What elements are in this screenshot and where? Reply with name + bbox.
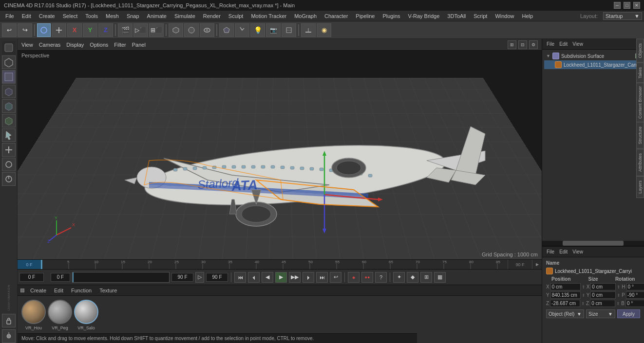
material-item-1[interactable]: VR_Hou <box>21 300 46 330</box>
menu-script[interactable]: Script <box>470 12 491 20</box>
viewport[interactable]: View Cameras Display Options Filter Pane… <box>18 39 542 259</box>
play-forward-button[interactable]: ▶▶ <box>289 272 301 283</box>
null-button[interactable]: ◉ <box>317 23 331 37</box>
x-axis-button[interactable]: X <box>67 23 82 37</box>
menu-motion-tracker[interactable]: Motion Tracker <box>247 12 290 20</box>
start-frame-input[interactable] <box>51 273 70 282</box>
left-btn-4[interactable] <box>2 85 16 98</box>
timeline-ruler[interactable]: 5 10 15 20 25 30 35 40 45 <box>42 260 508 269</box>
size-dropdown[interactable]: Size ▼ <box>586 309 615 318</box>
y-size-input[interactable] <box>590 291 616 299</box>
scene-button[interactable] <box>282 23 296 37</box>
timeline-scroll-right[interactable]: ▶ <box>532 260 542 270</box>
side-tab-layers[interactable]: Layers <box>636 176 644 198</box>
menu-plugins[interactable]: Plugins <box>379 12 403 20</box>
viewport-menu-display[interactable]: Display <box>66 42 84 48</box>
prev-key-button[interactable]: ⏴ <box>248 272 260 283</box>
light-button[interactable]: 💡 <box>250 23 265 37</box>
menu-tools[interactable]: Tools <box>82 12 101 20</box>
material-tab-edit[interactable]: Edit <box>52 287 65 294</box>
end-frame-input-1[interactable] <box>171 273 193 282</box>
menu-animate[interactable]: Animate <box>144 12 170 20</box>
menu-create[interactable]: Create <box>36 12 58 20</box>
left-btn-5[interactable] <box>2 99 16 113</box>
menu-snap[interactable]: Snap <box>123 12 143 20</box>
material-tab-function[interactable]: Function <box>69 287 94 294</box>
play-back-button[interactable]: ◀ <box>262 272 273 283</box>
menu-vray[interactable]: V-Ray Bridge <box>405 12 443 20</box>
attr-edit-btn[interactable]: Edit <box>558 249 569 255</box>
y-axis-button[interactable]: Y <box>83 23 97 37</box>
menu-character[interactable]: Character <box>321 12 351 20</box>
mode-move-button[interactable] <box>52 23 66 37</box>
menu-render[interactable]: Render <box>200 12 224 20</box>
torus-button[interactable] <box>200 23 214 37</box>
menu-help[interactable]: Help <box>519 12 537 20</box>
om-file-btn[interactable]: File <box>545 41 556 47</box>
viewport-menu-view[interactable]: View <box>21 42 33 48</box>
next-key-button[interactable]: ⏵ <box>303 272 314 283</box>
left-btn-snap[interactable] <box>2 329 16 343</box>
play-anim-button[interactable]: ▷⬛ <box>133 23 148 37</box>
keyframe-grid-button[interactable]: ▦ <box>434 272 446 283</box>
playback-arrow[interactable]: ▷ <box>195 272 204 283</box>
viewport-menu-filter[interactable]: Filter <box>114 42 126 48</box>
goto-end-button[interactable]: ⏭ <box>316 272 328 283</box>
end-frame-input-2[interactable] <box>206 273 228 282</box>
cube-shading-button[interactable] <box>169 23 183 37</box>
material-item-2[interactable]: VR_Peg <box>48 300 72 330</box>
layout-dropdown[interactable]: Startup ▼ <box>603 12 642 20</box>
floor-button[interactable] <box>301 23 316 37</box>
side-tab-structure[interactable]: Structure <box>636 122 644 149</box>
left-btn-9[interactable] <box>2 158 16 171</box>
viewport-menu-cameras[interactable]: Cameras <box>39 42 61 48</box>
viewport-icon-settings[interactable]: ⚙ <box>529 40 538 49</box>
left-btn-1[interactable] <box>2 41 16 54</box>
menu-sculpt[interactable]: Sculpt <box>225 12 247 20</box>
menu-window[interactable]: Window <box>492 12 517 20</box>
side-tab-objects[interactable]: Objects <box>636 39 644 63</box>
current-frame-input[interactable] <box>19 273 44 282</box>
menu-file[interactable]: File <box>2 12 18 20</box>
left-btn-8[interactable] <box>2 143 16 157</box>
left-btn-2[interactable] <box>2 55 16 69</box>
attr-file-btn[interactable]: File <box>545 249 556 255</box>
camera-button[interactable]: 📷 <box>266 23 281 37</box>
mode-model-button[interactable] <box>37 23 51 37</box>
clapper-button[interactable]: 🎬 <box>118 23 133 37</box>
side-tab-attributes[interactable]: Attributes <box>636 149 644 176</box>
keyframe-all-button[interactable]: ✦ <box>393 272 405 283</box>
z-axis-button[interactable]: Z <box>98 23 113 37</box>
material-tab-texture[interactable]: Texture <box>97 287 119 294</box>
keyframe-button[interactable]: ⊞⬛ <box>149 23 164 37</box>
x-pos-input[interactable] <box>550 283 581 290</box>
redo-button[interactable]: ↪ <box>18 23 32 37</box>
menu-mograph[interactable]: MoGraph <box>291 12 320 20</box>
undo-button[interactable]: ↩ <box>2 23 17 37</box>
keyframe-pos-button[interactable]: ⊞ <box>420 272 432 283</box>
menu-edit[interactable]: Edit <box>19 12 35 20</box>
viewport-menu-options[interactable]: Options <box>90 42 108 48</box>
polygon-button[interactable] <box>219 23 234 37</box>
z-pos-input[interactable] <box>550 300 580 307</box>
menu-3dtoall[interactable]: 3DToAll <box>444 12 469 20</box>
sphere-shading-button[interactable] <box>184 23 199 37</box>
record-help-button[interactable]: ? <box>375 272 387 283</box>
side-tab-content-browser[interactable]: Content Browser <box>636 83 644 122</box>
attr-view-btn[interactable]: View <box>571 249 585 255</box>
menu-simulate[interactable]: Simulate <box>171 12 199 20</box>
menu-mesh[interactable]: Mesh <box>102 12 122 20</box>
close-button[interactable]: ✕ <box>633 2 640 9</box>
minimize-button[interactable]: ─ <box>614 2 621 9</box>
keyframe-sel-button[interactable]: ◆ <box>407 272 418 283</box>
left-btn-3[interactable] <box>2 70 16 84</box>
viewport-icon-maximize[interactable]: ⊟ <box>518 40 527 49</box>
paint-button[interactable] <box>235 23 249 37</box>
menu-pipeline[interactable]: Pipeline <box>352 12 378 20</box>
tree-item-lockheed[interactable]: Lockheed_L1011_Stargazer_Carry <box>544 60 642 69</box>
left-btn-7[interactable] <box>2 128 16 142</box>
left-btn-6[interactable] <box>2 114 16 127</box>
menu-select[interactable]: Select <box>59 12 81 20</box>
y-pos-input[interactable] <box>550 291 581 299</box>
left-btn-10[interactable] <box>2 172 16 186</box>
